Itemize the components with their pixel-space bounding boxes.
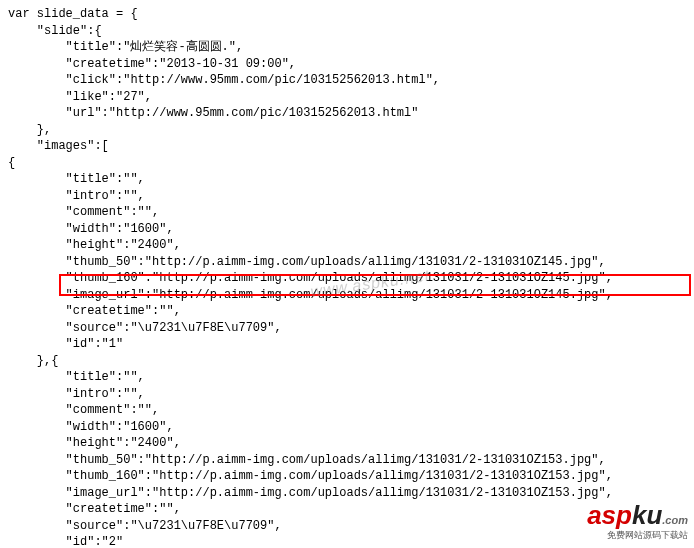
code-line: "thumb_50":"http://p.aimm-img.com/upload… — [8, 452, 686, 469]
code-line: "intro":"", — [8, 386, 686, 403]
code-line: { — [8, 155, 686, 172]
code-line: "width":"1600", — [8, 221, 686, 238]
code-line: var slide_data = { — [8, 6, 686, 23]
code-line: },{ — [8, 353, 686, 370]
source-code-block: var slide_data = { "slide":{ "title":"灿烂… — [0, 0, 694, 548]
code-line: "height":"2400", — [8, 435, 686, 452]
code-line: "title":"", — [8, 171, 686, 188]
code-line: "click":"http://www.95mm.com/pic/1031525… — [8, 72, 686, 89]
code-line: "intro":"", — [8, 188, 686, 205]
code-line: "width":"1600", — [8, 419, 686, 436]
code-line: "source":"\u7231\u7F8E\u7709", — [8, 320, 686, 337]
code-line: "images":[ — [8, 138, 686, 155]
code-line: "comment":"", — [8, 402, 686, 419]
code-line: "comment":"", — [8, 204, 686, 221]
code-line: "title":"灿烂笑容-高圆圆.", — [8, 39, 686, 56]
code-line: "slide":{ — [8, 23, 686, 40]
code-line: "id":"1" — [8, 336, 686, 353]
code-line: "thumb_160":"http://p.aimm-img.com/uploa… — [8, 270, 686, 287]
code-line: }, — [8, 122, 686, 139]
code-line: "thumb_50":"http://p.aimm-img.com/upload… — [8, 254, 686, 271]
code-line: "createtime":"", — [8, 501, 686, 518]
code-line: "url":"http://www.95mm.com/pic/103152562… — [8, 105, 686, 122]
code-line: "image_url":"http://p.aimm-img.com/uploa… — [8, 485, 686, 502]
code-line: "title":"", — [8, 369, 686, 386]
code-line: "source":"\u7231\u7F8E\u7709", — [8, 518, 686, 535]
code-line: "createtime":"2013-10-31 09:00", — [8, 56, 686, 73]
code-line: "image_url":"http://p.aimm-img.com/uploa… — [8, 287, 686, 304]
code-line: "thumb_160":"http://p.aimm-img.com/uploa… — [8, 468, 686, 485]
code-line: "like":"27", — [8, 89, 686, 106]
code-line: "height":"2400", — [8, 237, 686, 254]
code-line: "createtime":"", — [8, 303, 686, 320]
code-line: "id":"2" — [8, 534, 686, 548]
